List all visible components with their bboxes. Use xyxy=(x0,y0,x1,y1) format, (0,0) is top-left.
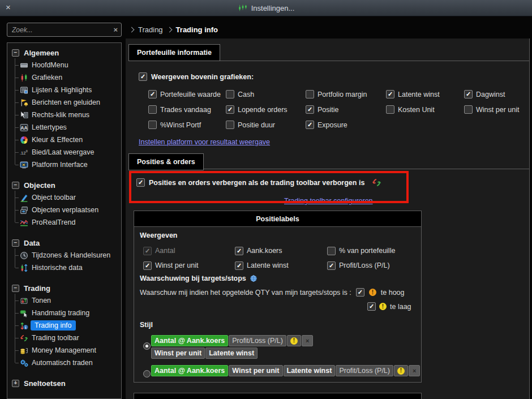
option-winst-per-unit[interactable]: ✓Winst per unit xyxy=(143,261,235,270)
sidebar-item-trading-info[interactable]: iTrading info xyxy=(7,319,121,332)
option-winst-per-unit[interactable]: Winst per unit xyxy=(464,105,530,114)
sidebar-item-kleur-effecten[interactable]: Kleur & Effecten xyxy=(7,134,121,146)
sidebar-item-platform-interface[interactable]: Platform Interface xyxy=(7,158,121,171)
sidebar-item-lijsten-highlights[interactable]: Lijsten & Highlights xyxy=(7,84,121,96)
auto-trading-icon xyxy=(20,359,28,367)
window-title-wrap: Instellingen... xyxy=(238,4,295,12)
sidebar-item-objecten-verplaatsen[interactable]: Objecten verplaatsen xyxy=(7,204,121,216)
checkbox[interactable]: ✓ xyxy=(386,90,394,98)
show-in-charts-option[interactable]: ✓ Weergeven bovenin grafieken: xyxy=(139,72,254,81)
checkbox[interactable] xyxy=(226,121,234,129)
option-positie-duur[interactable]: Positie duur xyxy=(226,121,306,129)
sidebar-item-rechts-klik-menus[interactable]: Rechts-klik menus xyxy=(7,109,121,121)
sidebar-item-handmatig-trading[interactable]: Handmatig trading xyxy=(7,307,121,319)
checkbox[interactable]: ✓ xyxy=(464,90,473,98)
checkbox[interactable] xyxy=(306,90,314,98)
style-chip-winst-per-unit: Winst per unit xyxy=(229,365,282,376)
expand-icon[interactable]: + xyxy=(12,380,19,387)
sidebar-group-header-sneltoetsen[interactable]: +Sneltoetsen xyxy=(7,377,121,389)
checkbox[interactable] xyxy=(386,105,394,114)
bid-ask-icon: .120 xyxy=(20,148,28,157)
sidebar-item-hoofdmenu[interactable]: HoofdMenu xyxy=(7,59,121,71)
collapse-icon[interactable]: − xyxy=(12,49,19,57)
clear-search-icon[interactable]: × xyxy=(113,26,118,33)
tab-posities-orders[interactable]: Posities & orders xyxy=(128,153,204,170)
sidebar-group-header-trading[interactable]: −Trading xyxy=(7,282,121,294)
sidebar-item-tonen[interactable]: Tonen xyxy=(7,294,121,307)
checkbox[interactable]: ✓ xyxy=(143,261,152,270)
remove-style-button[interactable]: × xyxy=(302,335,313,346)
checkbox-te-hoog[interactable]: ✓ xyxy=(356,288,364,297)
collapse-icon[interactable]: − xyxy=(12,182,19,189)
option-positie[interactable]: ✓Positie xyxy=(306,105,386,114)
option-portfolio-margin[interactable]: Portfolio margin xyxy=(306,90,386,98)
checkbox-label: Aantal xyxy=(155,247,175,255)
collapse-icon[interactable]: − xyxy=(12,239,19,247)
sidebar-item-prorealtrend[interactable]: ProRealTrend xyxy=(7,216,121,229)
option-winst-portf[interactable]: %Winst Portf xyxy=(148,121,226,129)
sidebar-item-berichten-en-geluiden[interactable]: Berichten en geluiden xyxy=(7,96,121,109)
sidebar-item-money-management[interactable]: Money Management xyxy=(7,344,121,357)
option-cash[interactable]: Cash xyxy=(226,90,306,98)
checkbox[interactable]: ✓ xyxy=(327,261,336,270)
sidebar-item-automatisch-traden[interactable]: Automatisch traden xyxy=(7,357,121,369)
checkbox-label: % van portefeuille xyxy=(339,247,395,255)
style-option-1-radio[interactable] xyxy=(143,342,151,350)
hide-positions-option[interactable]: ✓ Posities en orders verbergen als de tr… xyxy=(136,178,381,187)
sidebar-item-object-toolbar[interactable]: Object toolbar xyxy=(7,191,121,204)
breadcrumb-trading[interactable]: Trading xyxy=(138,25,163,34)
checkbox[interactable]: ✓ xyxy=(226,105,234,114)
collapse-icon[interactable]: − xyxy=(12,285,19,292)
option-lopende-orders[interactable]: ✓Lopende orders xyxy=(226,105,306,114)
style-chip-row: Aantal @ Aank.koersProfit/Loss (P/L)!× xyxy=(151,335,313,346)
style-option-2-preview: Aantal @ Aank.koersWinst per unitLatente… xyxy=(151,365,420,376)
sidebar-group-header-data[interactable]: −Data xyxy=(7,237,121,249)
option-latente-winst[interactable]: ✓Latente winst xyxy=(386,90,464,98)
search-box[interactable]: × xyxy=(7,23,122,37)
sidebar-item-bied-laat-weergave[interactable]: .120Bied/Laat weergave xyxy=(7,146,121,158)
checkbox-te-laag[interactable]: ✓ xyxy=(367,302,376,311)
option-van-portefeuille[interactable]: % van portefeuille xyxy=(327,247,417,255)
search-input[interactable] xyxy=(11,25,113,35)
close-window-button[interactable]: × xyxy=(6,3,11,11)
sidebar-group-header-algemeen[interactable]: −Algemeen xyxy=(7,46,121,59)
option-aank-koers[interactable]: ✓Aank.koers xyxy=(235,247,327,255)
checkbox[interactable]: ✓ xyxy=(235,261,243,270)
prorealtrend-icon xyxy=(20,218,28,227)
checkbox[interactable] xyxy=(148,105,157,114)
checkbox[interactable]: ✓ xyxy=(306,121,314,129)
platform-results-link[interactable]: Instellen platform voor resultaat weerga… xyxy=(139,138,270,146)
checkbox[interactable]: ✓ xyxy=(136,178,145,187)
option-latente-winst[interactable]: ✓Latente winst xyxy=(235,261,327,270)
sidebar-item-grafieken[interactable]: Grafieken xyxy=(7,71,121,84)
sidebar-group-header-objecten[interactable]: −Objecten xyxy=(7,179,121,191)
sidebar-item-tijdzones-handelsuren[interactable]: Tijdzones & Handelsuren xyxy=(7,249,121,261)
stijl-heading: Stijl xyxy=(140,321,153,329)
sidebar-item-trading-toolbar[interactable]: Trading toolbar xyxy=(7,332,121,344)
option-kosten-unit[interactable]: Kosten Unit xyxy=(386,105,464,114)
option-portefeuille-waarde[interactable]: ✓Portefeuille waarde xyxy=(148,90,226,98)
checkbox[interactable]: ✓ xyxy=(139,72,147,81)
tab-portefeuille-informatie[interactable]: Portefeuille informatie xyxy=(128,44,220,61)
checkbox[interactable]: ✓ xyxy=(306,105,314,114)
style-option-2-radio[interactable] xyxy=(143,370,151,377)
checkbox[interactable] xyxy=(148,121,157,129)
object-toolbar-icon xyxy=(20,194,28,202)
checkbox-label: Exposure xyxy=(318,121,347,129)
sidebar-item-lettertypes[interactable]: AALettertypes xyxy=(7,121,121,134)
sidebar-item-label: Tonen xyxy=(32,297,51,304)
checkbox[interactable] xyxy=(327,247,336,255)
money-management-icon xyxy=(20,346,28,355)
option-dagwinst[interactable]: ✓Dagwinst xyxy=(464,90,530,98)
remove-style-button[interactable]: × xyxy=(409,365,420,376)
checkbox[interactable] xyxy=(464,105,473,114)
option-profit-loss-p-l[interactable]: ✓Profit/Loss (P/L) xyxy=(327,261,417,270)
sidebar-item-historische-data[interactable]: Historische data xyxy=(7,261,121,274)
checkbox[interactable]: ✓ xyxy=(148,90,157,98)
checkbox[interactable]: ✓ xyxy=(235,247,243,255)
fonts-icon: AA xyxy=(20,123,28,132)
option-trades-vandaag[interactable]: Trades vandaag xyxy=(148,105,226,114)
checkbox[interactable] xyxy=(226,90,234,98)
configure-toolbar-link[interactable]: Trading toolbar configureren xyxy=(284,197,373,205)
option-exposure[interactable]: ✓Exposure xyxy=(306,121,386,129)
